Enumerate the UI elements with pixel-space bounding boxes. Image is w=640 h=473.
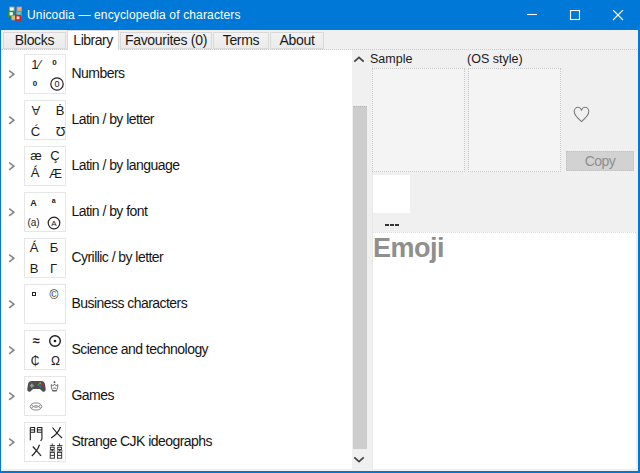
svg-text:0: 0 — [54, 79, 59, 89]
svg-text:A: A — [51, 218, 57, 227]
